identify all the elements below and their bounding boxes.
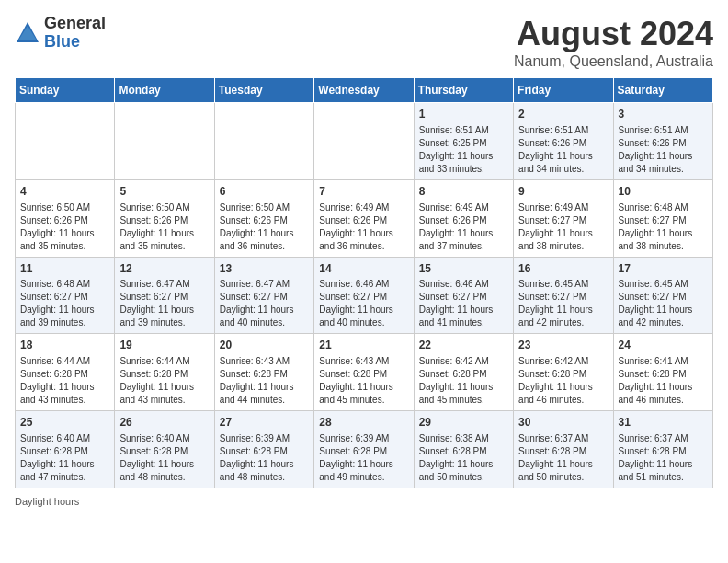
- calendar-cell: 1Sunrise: 6:51 AM Sunset: 6:25 PM Daylig…: [414, 103, 513, 180]
- day-number: 31: [619, 415, 708, 431]
- day-info: Sunrise: 6:40 AM Sunset: 6:28 PM Dayligh…: [20, 432, 109, 484]
- calendar-cell: 14Sunrise: 6:46 AM Sunset: 6:27 PM Dayli…: [314, 257, 414, 334]
- calendar-table: SundayMondayTuesdayWednesdayThursdayFrid…: [15, 77, 713, 488]
- calendar-cell: 15Sunrise: 6:46 AM Sunset: 6:27 PM Dayli…: [414, 257, 513, 334]
- day-info: Sunrise: 6:43 AM Sunset: 6:28 PM Dayligh…: [319, 355, 408, 407]
- svg-marker-1: [18, 26, 37, 40]
- day-info: Sunrise: 6:51 AM Sunset: 6:26 PM Dayligh…: [619, 124, 708, 176]
- day-number: 28: [319, 415, 408, 431]
- day-info: Sunrise: 6:50 AM Sunset: 6:26 PM Dayligh…: [119, 201, 209, 253]
- calendar-cell: 10Sunrise: 6:48 AM Sunset: 6:27 PM Dayli…: [613, 179, 712, 257]
- calendar-cell: 22Sunrise: 6:42 AM Sunset: 6:28 PM Dayli…: [414, 334, 513, 411]
- calendar-cell: 13Sunrise: 6:47 AM Sunset: 6:27 PM Dayli…: [214, 257, 313, 334]
- day-number: 3: [619, 107, 708, 122]
- logo: General Blue: [15, 15, 106, 52]
- day-info: Sunrise: 6:44 AM Sunset: 6:28 PM Dayligh…: [119, 355, 209, 407]
- legend: Daylight hours: [15, 496, 713, 507]
- calendar-cell: 28Sunrise: 6:39 AM Sunset: 6:28 PM Dayli…: [314, 411, 414, 488]
- day-info: Sunrise: 6:48 AM Sunset: 6:27 PM Dayligh…: [20, 278, 109, 329]
- calendar-cell: 17Sunrise: 6:45 AM Sunset: 6:27 PM Dayli…: [613, 257, 712, 334]
- day-number: 21: [319, 338, 408, 353]
- weekday-header-row: SundayMondayTuesdayWednesdayThursdayFrid…: [16, 78, 713, 103]
- day-number: 25: [20, 415, 109, 431]
- day-number: 7: [319, 184, 408, 200]
- day-number: 15: [419, 261, 508, 277]
- calendar-cell: 19Sunrise: 6:44 AM Sunset: 6:28 PM Dayli…: [115, 334, 214, 411]
- day-info: Sunrise: 6:45 AM Sunset: 6:27 PM Dayligh…: [619, 278, 708, 329]
- calendar-cell: 3Sunrise: 6:51 AM Sunset: 6:26 PM Daylig…: [613, 103, 712, 180]
- day-info: Sunrise: 6:47 AM Sunset: 6:27 PM Dayligh…: [119, 278, 209, 329]
- calendar-cell: 9Sunrise: 6:49 AM Sunset: 6:27 PM Daylig…: [514, 179, 613, 257]
- day-number: 20: [220, 338, 309, 353]
- calendar-cell: 5Sunrise: 6:50 AM Sunset: 6:26 PM Daylig…: [115, 179, 214, 257]
- day-info: Sunrise: 6:41 AM Sunset: 6:28 PM Dayligh…: [619, 355, 708, 407]
- day-info: Sunrise: 6:37 AM Sunset: 6:28 PM Dayligh…: [518, 432, 608, 484]
- logo-general-text: General: [44, 15, 106, 33]
- day-info: Sunrise: 6:42 AM Sunset: 6:28 PM Dayligh…: [419, 355, 508, 407]
- calendar-cell: [16, 103, 115, 180]
- day-info: Sunrise: 6:50 AM Sunset: 6:26 PM Dayligh…: [20, 201, 109, 253]
- calendar-cell: 23Sunrise: 6:42 AM Sunset: 6:28 PM Dayli…: [514, 334, 613, 411]
- day-number: 19: [119, 338, 209, 353]
- logo-blue-text: Blue: [44, 33, 106, 52]
- location-title: Nanum, Queensland, Australia: [514, 53, 713, 70]
- day-info: Sunrise: 6:46 AM Sunset: 6:27 PM Dayligh…: [419, 278, 508, 329]
- calendar-week-3: 11Sunrise: 6:48 AM Sunset: 6:27 PM Dayli…: [16, 257, 713, 334]
- day-number: 1: [419, 107, 508, 122]
- day-number: 18: [20, 338, 109, 353]
- day-number: 23: [518, 338, 608, 353]
- day-number: 6: [220, 184, 309, 200]
- weekday-header-saturday: Saturday: [613, 78, 712, 103]
- month-title: August 2024: [514, 15, 713, 53]
- day-info: Sunrise: 6:47 AM Sunset: 6:27 PM Dayligh…: [220, 278, 309, 329]
- day-info: Sunrise: 6:46 AM Sunset: 6:27 PM Dayligh…: [319, 278, 408, 329]
- day-info: Sunrise: 6:49 AM Sunset: 6:26 PM Dayligh…: [319, 201, 408, 253]
- page-header: General Blue August 2024 Nanum, Queensla…: [15, 15, 713, 70]
- calendar-cell: 16Sunrise: 6:45 AM Sunset: 6:27 PM Dayli…: [514, 257, 613, 334]
- calendar-cell: 24Sunrise: 6:41 AM Sunset: 6:28 PM Dayli…: [613, 334, 712, 411]
- calendar-week-2: 4Sunrise: 6:50 AM Sunset: 6:26 PM Daylig…: [16, 179, 713, 257]
- day-number: 17: [619, 261, 708, 277]
- day-info: Sunrise: 6:38 AM Sunset: 6:28 PM Dayligh…: [419, 432, 508, 484]
- day-info: Sunrise: 6:42 AM Sunset: 6:28 PM Dayligh…: [518, 355, 608, 407]
- calendar-week-5: 25Sunrise: 6:40 AM Sunset: 6:28 PM Dayli…: [16, 411, 713, 488]
- day-info: Sunrise: 6:48 AM Sunset: 6:27 PM Dayligh…: [619, 201, 708, 253]
- day-info: Sunrise: 6:37 AM Sunset: 6:28 PM Dayligh…: [619, 432, 708, 484]
- day-number: 16: [518, 261, 608, 277]
- calendar-week-4: 18Sunrise: 6:44 AM Sunset: 6:28 PM Dayli…: [16, 334, 713, 411]
- day-info: Sunrise: 6:51 AM Sunset: 6:25 PM Dayligh…: [419, 124, 508, 176]
- day-number: 26: [119, 415, 209, 431]
- calendar-cell: 31Sunrise: 6:37 AM Sunset: 6:28 PM Dayli…: [613, 411, 712, 488]
- day-number: 2: [518, 107, 608, 122]
- day-info: Sunrise: 6:44 AM Sunset: 6:28 PM Dayligh…: [20, 355, 109, 407]
- day-info: Sunrise: 6:51 AM Sunset: 6:26 PM Dayligh…: [518, 124, 608, 176]
- day-number: 9: [518, 184, 608, 200]
- weekday-header-monday: Monday: [115, 78, 214, 103]
- calendar-cell: 25Sunrise: 6:40 AM Sunset: 6:28 PM Dayli…: [16, 411, 115, 488]
- calendar-cell: 11Sunrise: 6:48 AM Sunset: 6:27 PM Dayli…: [16, 257, 115, 334]
- day-number: 10: [619, 184, 708, 200]
- calendar-cell: 2Sunrise: 6:51 AM Sunset: 6:26 PM Daylig…: [514, 103, 613, 180]
- weekday-header-wednesday: Wednesday: [314, 78, 414, 103]
- calendar-cell: [214, 103, 313, 180]
- calendar-cell: 20Sunrise: 6:43 AM Sunset: 6:28 PM Dayli…: [214, 334, 313, 411]
- calendar-cell: 6Sunrise: 6:50 AM Sunset: 6:26 PM Daylig…: [214, 179, 313, 257]
- weekday-header-thursday: Thursday: [414, 78, 513, 103]
- day-number: 8: [419, 184, 508, 200]
- day-info: Sunrise: 6:49 AM Sunset: 6:26 PM Dayligh…: [419, 201, 508, 253]
- day-number: 4: [20, 184, 109, 200]
- day-number: 29: [419, 415, 508, 431]
- calendar-cell: 18Sunrise: 6:44 AM Sunset: 6:28 PM Dayli…: [16, 334, 115, 411]
- calendar-cell: 7Sunrise: 6:49 AM Sunset: 6:26 PM Daylig…: [314, 179, 414, 257]
- day-number: 13: [220, 261, 309, 277]
- day-info: Sunrise: 6:49 AM Sunset: 6:27 PM Dayligh…: [518, 201, 608, 253]
- calendar-cell: 30Sunrise: 6:37 AM Sunset: 6:28 PM Dayli…: [514, 411, 613, 488]
- day-info: Sunrise: 6:50 AM Sunset: 6:26 PM Dayligh…: [220, 201, 309, 253]
- weekday-header-friday: Friday: [514, 78, 613, 103]
- calendar-cell: 4Sunrise: 6:50 AM Sunset: 6:26 PM Daylig…: [16, 179, 115, 257]
- day-number: 30: [518, 415, 608, 431]
- calendar-cell: [115, 103, 214, 180]
- day-info: Sunrise: 6:39 AM Sunset: 6:28 PM Dayligh…: [319, 432, 408, 484]
- logo-icon: [15, 20, 40, 46]
- day-info: Sunrise: 6:39 AM Sunset: 6:28 PM Dayligh…: [220, 432, 309, 484]
